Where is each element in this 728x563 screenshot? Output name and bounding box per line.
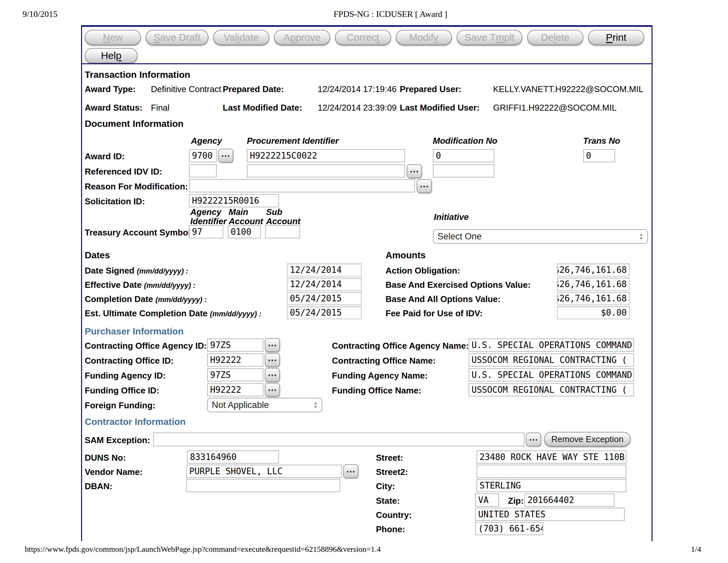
action-obligation-input[interactable]: $26,746,161.68 xyxy=(557,263,630,276)
award-id-trans-no-input[interactable]: 0 xyxy=(583,149,615,162)
award-form: Transaction Information Award Type: Defi… xyxy=(81,64,653,541)
referenced-idv-lookup-button[interactable]: ⋯ xyxy=(407,164,422,178)
prepared-date-value: 12/24/2014 17:19:46 xyxy=(318,84,397,94)
button-label: Save T xyxy=(465,32,496,43)
button-label: p xyxy=(116,50,121,61)
label-hint: (mm/dd/yyyy) : xyxy=(144,281,195,290)
fee-paid-idv-input[interactable]: $0.00 xyxy=(557,306,630,319)
button-label: p xyxy=(290,32,296,43)
vendor-name-lookup-button[interactable]: ⋯ xyxy=(343,464,358,478)
remove-exception-button[interactable]: Remove Exception xyxy=(544,432,631,446)
foreign-funding-select[interactable]: Not Applicable ▲▼ xyxy=(207,398,322,412)
contracting-office-id-input[interactable]: H92222 xyxy=(207,353,263,367)
base-and-exercised-options-label: Base And Exercised Options Value: xyxy=(386,280,530,290)
solicitation-id-input[interactable]: H9222215R0016 xyxy=(189,194,279,207)
street2-input[interactable] xyxy=(477,465,626,478)
contracting-office-agency-name-label: Contracting Office Agency Name: xyxy=(332,341,469,351)
delete-button[interactable]: Delete xyxy=(527,30,583,45)
ellipsis-icon: ⋯ xyxy=(420,181,429,192)
referenced-idv-piid-input[interactable] xyxy=(247,164,405,177)
funding-office-id-lookup-button[interactable]: ⋯ xyxy=(265,383,280,397)
street-label: Street: xyxy=(376,453,403,463)
est-ultimate-completion-date-label: Est. Ultimate Completion Date (mm/dd/yyy… xyxy=(85,308,261,319)
save-tmplt-button[interactable]: Save Tmplt xyxy=(457,30,523,45)
spinner-arrows-icon: ▲▼ xyxy=(639,232,643,240)
treasury-main-account-input[interactable]: 0100 xyxy=(228,225,261,238)
button-label: i xyxy=(237,32,240,43)
contracting-office-agency-id-lookup-button[interactable]: ⋯ xyxy=(265,338,280,352)
spinner-arrows-icon: ▲▼ xyxy=(313,401,318,409)
last-modified-date-value: 12/24/2014 23:39:09 xyxy=(318,103,397,113)
funding-office-name-input[interactable]: USSOCOM REGIONAL CONTRACTING ( xyxy=(469,383,634,397)
sam-exception-input[interactable] xyxy=(153,433,524,446)
reason-for-modification-input[interactable] xyxy=(189,179,415,192)
treasury-agency-identifier-input[interactable]: 97 xyxy=(189,225,223,238)
button-label: Val xyxy=(224,32,237,43)
street-input[interactable]: 23480 ROCK HAVE WAY STE 110B xyxy=(477,450,626,464)
solicitation-id-label: Solicitation ID: xyxy=(85,196,145,207)
funding-office-name-label: Funding Office Name: xyxy=(332,386,421,396)
approve-button[interactable]: Approve xyxy=(274,30,330,45)
contracting-office-agency-id-input[interactable]: 97ZS xyxy=(207,339,263,352)
base-and-all-options-input[interactable]: $26,746,161.68 xyxy=(557,292,630,305)
funding-agency-id-input[interactable]: 97ZS xyxy=(207,368,263,382)
vendor-name-input[interactable]: PURPLE SHOVEL, LLC xyxy=(186,465,342,478)
effective-date-input[interactable]: 12/24/2014 xyxy=(287,277,362,291)
toolbar: New Save Draft Validate Approve Correct … xyxy=(81,25,653,64)
award-id-lookup-button[interactable]: ⋯ xyxy=(218,149,233,163)
award-type-value: Definitive Contract xyxy=(151,84,221,94)
state-input[interactable]: VA xyxy=(475,493,499,507)
city-label: City: xyxy=(376,481,395,492)
button-label: ave Draft xyxy=(160,32,201,43)
completion-date-input[interactable]: 05/24/2015 xyxy=(287,292,362,305)
validate-button[interactable]: Validate xyxy=(213,30,269,45)
funding-agency-id-lookup-button[interactable]: ⋯ xyxy=(265,368,280,382)
duns-no-input[interactable]: 833164960 xyxy=(187,450,279,464)
date-signed-input[interactable]: 12/24/2014 xyxy=(287,263,362,276)
dban-input[interactable] xyxy=(186,479,340,492)
referenced-idv-agency-input[interactable] xyxy=(189,164,217,177)
contracting-office-name-input[interactable]: USSOCOM REGIONAL CONTRACTING ( xyxy=(469,353,634,367)
base-and-exercised-options-input[interactable]: $26,746,161.68 xyxy=(557,277,630,291)
award-id-piid-input[interactable]: H9222215C0022 xyxy=(247,149,405,162)
correct-button[interactable]: Correct xyxy=(335,30,391,45)
contracting-office-id-label: Contracting Office ID: xyxy=(85,356,174,366)
ellipsis-icon: ⋯ xyxy=(346,466,355,477)
referenced-idv-id-label: Referenced IDV ID: xyxy=(85,166,162,177)
foreign-funding-select-value: Not Applicable xyxy=(212,400,269,410)
toolbar-row-2: Help xyxy=(85,48,138,63)
new-button[interactable]: New xyxy=(85,30,141,45)
footer-page-number: 1/4 xyxy=(691,545,701,554)
award-id-agency-input[interactable]: 9700 xyxy=(189,149,217,162)
button-label: m xyxy=(496,32,504,43)
ellipsis-icon: ⋯ xyxy=(268,385,277,396)
label-text: Effective Date xyxy=(85,280,142,290)
est-ultimate-completion-date-input[interactable]: 05/24/2015 xyxy=(287,306,362,319)
ellipsis-icon: ⋯ xyxy=(268,340,277,351)
print-button[interactable]: Print xyxy=(588,30,644,45)
sam-exception-lookup-button[interactable]: ⋯ xyxy=(526,433,541,446)
ellipsis-icon: ⋯ xyxy=(268,370,277,381)
city-input[interactable]: STERLING xyxy=(477,479,626,492)
phone-input[interactable]: (703) 661-6540 xyxy=(475,522,543,535)
button-label: P xyxy=(606,32,613,43)
contracting-office-agency-name-input[interactable]: U.S. SPECIAL OPERATIONS COMMAND xyxy=(469,339,634,352)
award-id-modification-no-input[interactable]: 0 xyxy=(433,149,494,162)
contracting-office-id-lookup-button[interactable]: ⋯ xyxy=(265,353,280,367)
funding-office-id-label: Funding Office ID: xyxy=(85,386,159,396)
initiative-select[interactable]: Select One ▲▼ xyxy=(433,229,648,244)
referenced-idv-modification-no-input[interactable] xyxy=(433,164,494,177)
button-label: Correc xyxy=(347,32,377,43)
zip-input[interactable]: 201664402 xyxy=(524,493,614,507)
help-button[interactable]: Help xyxy=(85,48,138,63)
reason-for-modification-lookup-button[interactable]: ⋯ xyxy=(417,179,432,193)
treasury-sub-account-input[interactable] xyxy=(265,225,300,238)
fee-paid-idv-label: Fee Paid for Use of IDV: xyxy=(386,308,482,319)
save-draft-button[interactable]: Save Draft xyxy=(146,30,208,45)
country-input[interactable]: UNITED STATES xyxy=(475,508,625,521)
funding-agency-name-input[interactable]: U.S. SPECIAL OPERATIONS COMMAND xyxy=(469,368,634,382)
modify-button[interactable]: Modify xyxy=(396,30,452,45)
contractor-information-heading: Contractor Information xyxy=(85,417,186,427)
funding-office-id-input[interactable]: H92222 xyxy=(207,383,263,397)
modification-no-column-header: Modification No xyxy=(433,136,497,146)
